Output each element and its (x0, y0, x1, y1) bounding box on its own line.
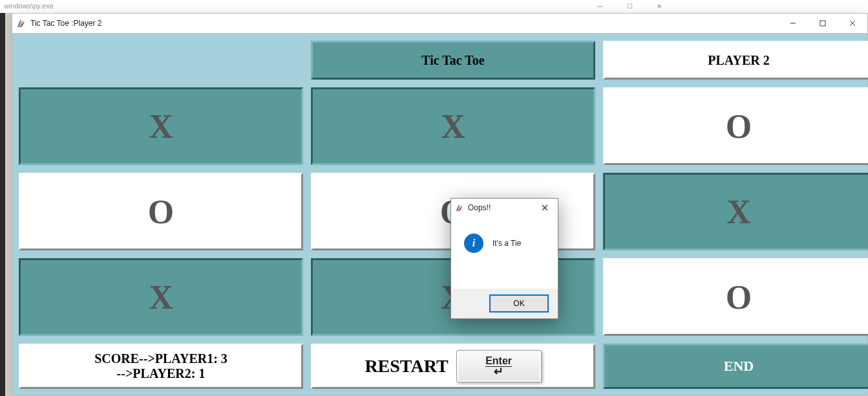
cell-8-mark: O (726, 278, 752, 316)
cell-3[interactable]: O (19, 173, 303, 250)
game-area: Tic Tac Toe PLAYER 2 X X O O O X X X O S… (12, 33, 867, 395)
parent-window-title: windows\py.exe (4, 2, 54, 10)
messagebox-body: i It's a Tie (451, 217, 558, 266)
cell-5[interactable]: X (603, 173, 868, 250)
maximize-button[interactable] (808, 14, 838, 33)
close-icon (542, 204, 548, 211)
cell-2[interactable]: O (603, 87, 868, 165)
window-title: Tic Tac Toe :Player 2 (30, 19, 102, 28)
cell-8[interactable]: O (603, 258, 868, 336)
messagebox-titlebar: Oops!! (451, 199, 558, 217)
cell-0-mark: X (149, 107, 173, 146)
parent-close-icon: ✕ (644, 0, 674, 12)
parent-window-controls: — ☐ ✕ (585, 0, 674, 12)
enter-arrow-icon: ↵ (494, 367, 503, 376)
score-display: SCORE-->PLAYER1: 3 -->PLAYER2: 1 (19, 344, 303, 389)
end-label: END (724, 358, 754, 375)
game-title-text: Tic Tac Toe (421, 53, 484, 68)
score-line-1: SCORE-->PLAYER1: 3 (94, 351, 228, 366)
svg-rect-1 (820, 21, 825, 26)
cell-3-mark: O (148, 193, 174, 231)
window-controls (778, 14, 867, 33)
end-button[interactable]: END (603, 344, 868, 389)
messagebox-close-button[interactable] (532, 199, 558, 217)
cell-1[interactable]: X (311, 87, 595, 165)
cell-6-mark: X (149, 278, 173, 316)
enter-key-icon: Enter ↵ (456, 350, 542, 382)
close-button[interactable] (838, 14, 867, 33)
messagebox-footer: OK (451, 289, 558, 318)
game-window: Tic Tac Toe :Player 2 Tic Tac Toe PLAYER… (12, 13, 868, 396)
parent-window-titlebar: windows\py.exe (0, 0, 868, 14)
cell-6[interactable]: X (19, 258, 303, 336)
parent-minimize-icon: — (585, 0, 615, 12)
python-tk-icon (16, 18, 26, 28)
cell-5-mark: X (726, 193, 751, 231)
game-title-button[interactable]: Tic Tac Toe (311, 41, 595, 80)
current-player-button[interactable]: PLAYER 2 (603, 41, 868, 80)
current-player-text: PLAYER 2 (708, 53, 769, 68)
cell-0[interactable]: X (19, 87, 303, 165)
window-titlebar: Tic Tac Toe :Player 2 (12, 14, 867, 33)
minimize-button[interactable] (778, 14, 808, 33)
cell-2-mark: O (726, 107, 752, 146)
restart-label: RESTART (365, 356, 448, 377)
messagebox-message: It's a Tie (492, 239, 521, 248)
score-line-2: -->PLAYER2: 1 (117, 366, 206, 381)
editor-gutter (0, 13, 5, 396)
messagebox-title: Oops!! (468, 203, 491, 212)
messagebox: Oops!! i It's a Tie OK (450, 198, 558, 319)
messagebox-ok-label: OK (513, 299, 524, 308)
messagebox-ok-button[interactable]: OK (489, 294, 549, 313)
parent-maximize-icon: ☐ (615, 0, 644, 12)
info-icon: i (464, 234, 483, 253)
python-tk-icon (455, 203, 464, 212)
restart-button[interactable]: RESTART Enter ↵ (311, 344, 595, 389)
cell-1-mark: X (441, 107, 465, 146)
